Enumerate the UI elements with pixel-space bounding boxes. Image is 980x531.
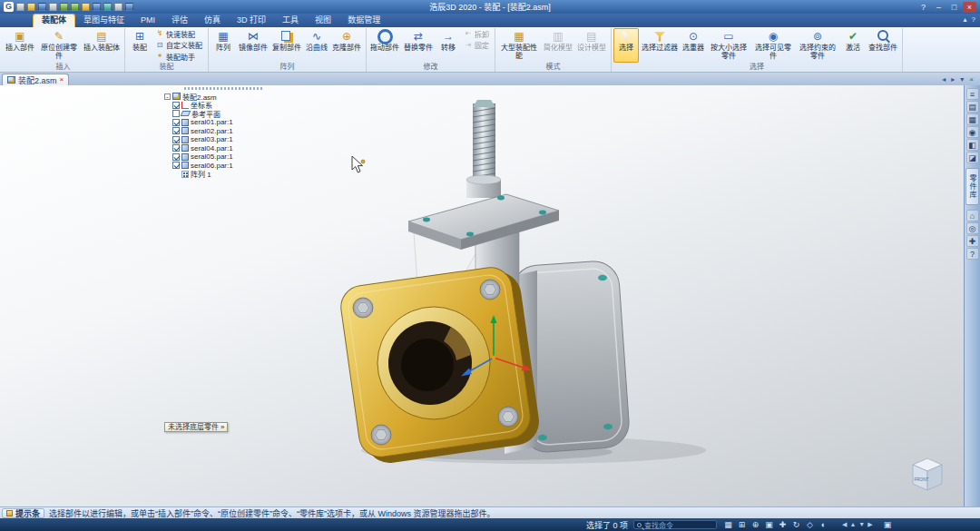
help-button[interactable]: ? — [916, 2, 930, 13]
select-visible-button[interactable]: ◉ 选择可见零件 — [751, 28, 795, 63]
pan-up-icon[interactable]: ▲ — [849, 521, 856, 528]
tree-item[interactable]: seral03.par:1 — [164, 135, 282, 144]
viewcube[interactable]: FRONT — [907, 454, 947, 499]
tab-data-management[interactable]: 数据管理 — [339, 15, 388, 27]
common-views-icon[interactable]: ◇ — [804, 519, 816, 531]
open-icon[interactable] — [27, 3, 35, 11]
pan-tool-icon[interactable]: ✚ — [966, 235, 979, 247]
tab-evaluate[interactable]: 评估 — [163, 15, 196, 27]
drag-component-button[interactable]: 拖动部件 — [368, 28, 401, 63]
close-tab-icon[interactable]: × — [60, 76, 64, 84]
visibility-checkbox[interactable] — [172, 102, 180, 109]
shaded-view-icon[interactable] — [103, 3, 112, 11]
sensors-icon[interactable]: ◉ — [966, 126, 979, 138]
detach-button[interactable]: ⇤ 拆卸 — [462, 28, 492, 40]
rotate-view-icon[interactable]: ↻ — [790, 519, 802, 531]
home-view-icon[interactable]: ⌂ — [966, 210, 979, 221]
pan-down-icon[interactable]: ▼ — [858, 521, 865, 528]
tree-root-item[interactable]: - 装配2.asm — [164, 92, 282, 101]
selection-hint-chip[interactable]: 未选择底层零件 » — [164, 422, 228, 432]
tree-item[interactable]: 坐标系 — [164, 101, 282, 110]
flashfit-button[interactable]: ↯ 快速装配 — [153, 28, 205, 40]
pattern-button[interactable]: ▦ 阵列 — [211, 28, 236, 63]
select-set-button[interactable]: ⊙ 选重器 — [681, 28, 706, 63]
simplify-icon[interactable]: ◧ — [966, 139, 979, 151]
app-logo-icon[interactable]: G — [4, 2, 14, 12]
print-icon[interactable] — [49, 3, 57, 11]
design-model-button[interactable]: ▤ 设计模型 — [575, 28, 608, 63]
transfer-button[interactable]: → 转移 — [436, 28, 461, 63]
mirror-components-button[interactable]: ⋈ 镜像部件 — [237, 28, 270, 63]
document-tab[interactable]: 装配2.asm × — [2, 74, 69, 85]
tab-simulation[interactable]: 仿真 — [196, 15, 229, 27]
close-button[interactable]: × — [963, 2, 976, 13]
restore-button[interactable]: □ — [947, 2, 961, 13]
tab-3d-print[interactable]: 3D 打印 — [229, 15, 274, 27]
tree-item[interactable]: seral05.par:1 — [164, 152, 282, 162]
select-tool-icon[interactable] — [82, 3, 90, 11]
assemble-button[interactable]: ⊞ 装配 — [127, 28, 152, 63]
pan-left-icon[interactable]: ◀ — [842, 521, 847, 528]
settings-icon[interactable] — [114, 3, 122, 11]
activate-button[interactable]: ✔ 激活 — [840, 28, 866, 63]
3d-viewport[interactable]: - 装配2.asm 坐标系 — [0, 85, 964, 506]
select-by-size-button[interactable]: ▭ 按大小选择零件 — [707, 28, 750, 63]
visibility-checkbox[interactable] — [172, 110, 180, 117]
find-component-button[interactable]: 查找部件 — [867, 28, 899, 63]
duplicate-components-button[interactable]: 复制部件 — [270, 28, 303, 63]
fix-button[interactable]: ⇥ 固定 — [462, 40, 492, 52]
section-icon[interactable]: ◪ — [966, 152, 979, 163]
panel-help-icon[interactable]: ? — [966, 248, 979, 260]
clone-components-button[interactable]: ⊕ 克隆部件 — [330, 28, 363, 63]
custom-assemble-button[interactable]: ⊡ 自定义装配 — [153, 40, 205, 52]
pan-right-icon[interactable]: ▶ — [867, 521, 872, 528]
library-icon[interactable]: ▤ — [966, 101, 979, 113]
visibility-checkbox[interactable] — [172, 153, 180, 161]
tab-assembly[interactable]: 装配体 — [33, 14, 75, 27]
tree-item[interactable]: seral06.par:1 — [164, 162, 282, 171]
visibility-checkbox[interactable] — [172, 119, 180, 126]
command-search-input[interactable]: 查找命令 — [633, 520, 717, 529]
zoom-icon[interactable]: ⊕ — [750, 519, 761, 531]
ribbon-help-icon[interactable]: ? — [972, 15, 975, 25]
close-document-icon[interactable]: × — [969, 75, 974, 84]
visibility-checkbox[interactable] — [172, 162, 180, 169]
tree-expander-icon[interactable]: - — [164, 93, 171, 100]
select-filter-button[interactable]: 选择过滤器 — [640, 28, 680, 63]
tab-pmi[interactable]: PMI — [132, 15, 163, 27]
simplified-model-button[interactable]: ▥ 简化模型 — [542, 28, 574, 63]
new-document-icon[interactable] — [16, 3, 24, 11]
undo-icon[interactable] — [60, 3, 68, 11]
tab-tools[interactable]: 工具 — [274, 15, 307, 27]
layers-icon[interactable]: ▦ — [966, 113, 979, 125]
along-curve-button[interactable]: ∿ 沿曲线 — [304, 28, 329, 63]
window-list-icon[interactable]: ▾ — [960, 75, 964, 84]
insert-part-button[interactable]: ▣ 插入部件 — [4, 28, 36, 63]
tree-item[interactable]: seral02.par:1 — [164, 127, 282, 136]
minimize-button[interactable]: – — [932, 2, 946, 13]
customize-toolbar-icon[interactable] — [125, 3, 133, 11]
camera-icon[interactable]: ◎ — [966, 222, 979, 234]
large-assembly-button[interactable]: ▦ 大型装配性能 — [497, 28, 541, 63]
replace-part-button[interactable]: ⇄ 替换零件 — [402, 28, 435, 63]
tab-sketch-features[interactable]: 草图与特征 — [75, 15, 132, 27]
view-styles-icon[interactable]: ◐ — [818, 519, 829, 531]
tree-item[interactable]: seral01.par:1 — [164, 118, 282, 127]
status-grid-icon[interactable]: ▦ — [722, 519, 734, 531]
visibility-checkbox[interactable] — [172, 144, 180, 152]
tree-item[interactable]: 阵列 1 — [164, 170, 282, 179]
pan-icon[interactable]: ✚ — [777, 519, 789, 531]
zoom-window-icon[interactable]: ⊞ — [736, 519, 748, 531]
scroll-tabs-left-icon[interactable]: ◂ — [942, 75, 946, 84]
create-in-place-button[interactable]: ✎ 原位创建零件 — [37, 28, 81, 63]
minimize-ribbon-icon[interactable]: ▴ — [964, 15, 967, 25]
insert-assembly-button[interactable]: ▤ 插入装配体 — [82, 28, 122, 63]
redo-icon[interactable] — [71, 3, 79, 11]
visibility-checkbox[interactable] — [172, 136, 180, 143]
tree-item[interactable]: seral04.par:1 — [164, 144, 282, 153]
save-icon[interactable] — [38, 3, 46, 11]
assembly-assistant-button[interactable]: ✶ 装配助手 — [153, 51, 205, 63]
pathfinder-icon[interactable]: ≡ — [966, 88, 979, 100]
parts-library-tab[interactable]: 零件库 — [965, 168, 979, 205]
panel-grip[interactable] — [184, 87, 262, 90]
